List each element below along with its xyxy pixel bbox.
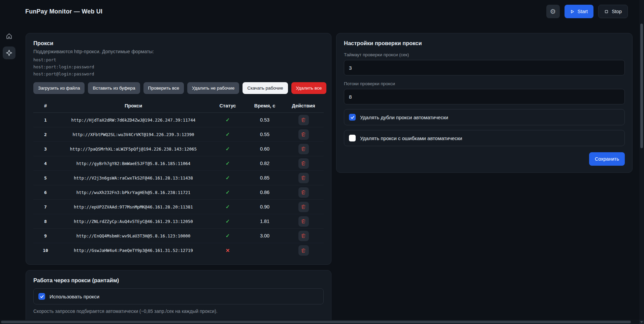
- sidebar-item-home[interactable]: [3, 30, 15, 42]
- delete-proxy-button[interactable]: [298, 231, 309, 241]
- row-actions: [283, 245, 324, 256]
- settings-card-title: Настройки проверки прокси: [344, 40, 625, 46]
- load-from-file-button[interactable]: Загрузить из файла: [33, 82, 85, 94]
- proxy-card: Прокси Поддерживаются http-прокси. Допус…: [26, 33, 331, 265]
- row-number: 2: [33, 132, 58, 137]
- remove-duplicates-checkbox[interactable]: [349, 114, 356, 121]
- row-number: 10: [33, 248, 58, 253]
- row-actions: [283, 187, 324, 198]
- checkmark-icon: [40, 294, 44, 299]
- stop-button[interactable]: Stop: [598, 5, 628, 18]
- play-icon: [570, 9, 575, 14]
- status-ok-icon: ✓: [209, 204, 246, 210]
- status-ok-icon: ✓: [209, 146, 246, 152]
- row-number: 1: [33, 118, 58, 123]
- table-row: 10http://GswJaHW4u4:PaeQeTY9p3@46.161.31…: [33, 243, 324, 258]
- row-actions: [283, 115, 324, 125]
- remove-errors-row[interactable]: Удалять прокси с ошибками автоматически: [344, 130, 625, 146]
- proxy-table-body: 1http://HjdTaX2dRW:7d6kZD4ZwJ@194.226.24…: [33, 113, 324, 258]
- status-fail-icon: ✕: [209, 248, 246, 254]
- table-row: 6http://wuXh232Fn3:bPkrYagHEh@5.8.16.238…: [33, 185, 324, 200]
- table-row: 1http://HjdTaX2dRW:7d6kZD4ZwJ@194.226.24…: [33, 113, 324, 127]
- check-all-button[interactable]: Проверить все: [143, 82, 184, 94]
- delete-proxy-button[interactable]: [298, 129, 309, 140]
- timeout-label: Таймаут проверки прокси (сек): [344, 52, 625, 57]
- response-time: 0.55: [246, 132, 283, 137]
- app: FunPay Monitor — Web UI ⚙ Start Stop: [0, 0, 644, 320]
- col-header-time: Время, с: [246, 103, 283, 108]
- delete-all-button[interactable]: Удалить все: [291, 82, 327, 94]
- download-working-button[interactable]: Скачать рабочие: [243, 82, 288, 94]
- delete-dead-button[interactable]: Удалить не рабочие: [187, 82, 239, 94]
- proxy-table-header: # Прокси Статус Время, с Действия: [33, 99, 324, 113]
- remove-errors-label: Удалять прокси с ошибками автоматически: [360, 135, 462, 141]
- proxy-card-title: Прокси: [33, 40, 324, 46]
- trash-icon: [301, 233, 306, 238]
- use-proxy-checkbox-row[interactable]: Использовать прокси: [33, 288, 324, 304]
- row-actions: [283, 173, 324, 183]
- delete-proxy-button[interactable]: [298, 245, 309, 256]
- row-actions: [283, 158, 324, 169]
- runtime-hint: Скорость запросов подбирается автоматиче…: [33, 309, 324, 314]
- proxy-table: # Прокси Статус Время, с Действия 1http:…: [33, 99, 324, 258]
- row-number: 9: [33, 233, 58, 238]
- status-ok-icon: ✓: [209, 189, 246, 195]
- vertical-scrollbar[interactable]: [639, 0, 644, 320]
- table-row: 5http://V2j3n6gsWA:raCwxTkS2F@46.161.28.…: [33, 171, 324, 185]
- checkmark-icon: [350, 115, 355, 120]
- format-line: host:port@login:password: [33, 71, 324, 76]
- horizontal-scrollbar-thumb[interactable]: [1, 321, 631, 323]
- settings-button[interactable]: ⚙: [546, 5, 560, 18]
- use-proxy-checkbox[interactable]: [38, 293, 45, 300]
- sidebar-item-proxy[interactable]: [3, 46, 15, 59]
- delete-proxy-button[interactable]: [298, 173, 309, 183]
- scrollbar-corner: [639, 320, 644, 324]
- threads-label: Потоки проверки прокси: [344, 81, 625, 86]
- threads-input[interactable]: [344, 89, 625, 104]
- col-header-proxy: Прокси: [58, 103, 209, 108]
- response-time: 3.00: [246, 233, 283, 238]
- delete-proxy-button[interactable]: [298, 144, 309, 154]
- col-header-number: #: [33, 103, 58, 108]
- sidebar: [0, 23, 18, 320]
- row-number: 5: [33, 175, 58, 181]
- header: FunPay Monitor — Web UI ⚙ Start Stop: [0, 0, 644, 23]
- trash-icon: [301, 175, 306, 180]
- app-title: FunPay Monitor — Web UI: [25, 8, 102, 15]
- home-icon: [6, 33, 12, 39]
- delete-proxy-button[interactable]: [298, 216, 309, 227]
- horizontal-scrollbar[interactable]: [0, 320, 639, 324]
- status-ok-icon: ✓: [209, 233, 246, 239]
- delete-proxy-button[interactable]: [298, 115, 309, 125]
- trash-icon: [301, 190, 306, 195]
- row-actions: [283, 216, 324, 227]
- remove-duplicates-row[interactable]: Удалять дубли прокси автоматически: [344, 109, 625, 125]
- remove-errors-checkbox[interactable]: [349, 135, 356, 141]
- proxy-toolbar: Загрузить из файла Вставить из буфера Пр…: [33, 82, 324, 94]
- proxy-url: http://gyBrh7gY82:BmWaeE5JFT@5.8.16.185:…: [58, 161, 209, 166]
- proxy-url: http://7paQSMrhXL:aLWZF5pQfj@194.226.238…: [58, 147, 209, 152]
- settings-save-button[interactable]: Сохранить: [589, 152, 625, 166]
- status-ok-icon: ✓: [209, 117, 246, 123]
- vertical-scrollbar-thumb[interactable]: [640, 24, 643, 148]
- timeout-input[interactable]: [344, 60, 625, 75]
- col-header-actions: Действия: [283, 103, 324, 108]
- paste-from-clipboard-button[interactable]: Вставить из буфера: [88, 82, 140, 94]
- response-time: 0.60: [246, 146, 283, 152]
- use-proxy-label: Использовать прокси: [50, 294, 99, 299]
- proxy-url: http://epUP2ZVAAd:9T7MsnMpMK@46.161.28.2…: [58, 204, 209, 209]
- response-time: 0.90: [246, 204, 283, 209]
- start-button[interactable]: Start: [565, 5, 594, 18]
- status-ok-icon: ✓: [209, 131, 246, 137]
- trash-icon: [301, 204, 306, 209]
- trash-icon: [301, 248, 306, 253]
- trash-icon: [301, 219, 306, 224]
- table-row: 2http://XFbtPWQ2SL:wu3V4CrVKT@194.226.23…: [33, 127, 324, 142]
- response-time: 0.53: [246, 117, 283, 123]
- delete-proxy-button[interactable]: [298, 158, 309, 169]
- response-time: 0.86: [246, 190, 283, 195]
- proxy-url: http://V2j3n6gsWA:raCwxTkS2F@46.161.28.1…: [58, 175, 209, 181]
- delete-proxy-button[interactable]: [298, 202, 309, 212]
- delete-proxy-button[interactable]: [298, 187, 309, 198]
- main-content: Прокси Поддерживаются http-прокси. Допус…: [18, 23, 644, 320]
